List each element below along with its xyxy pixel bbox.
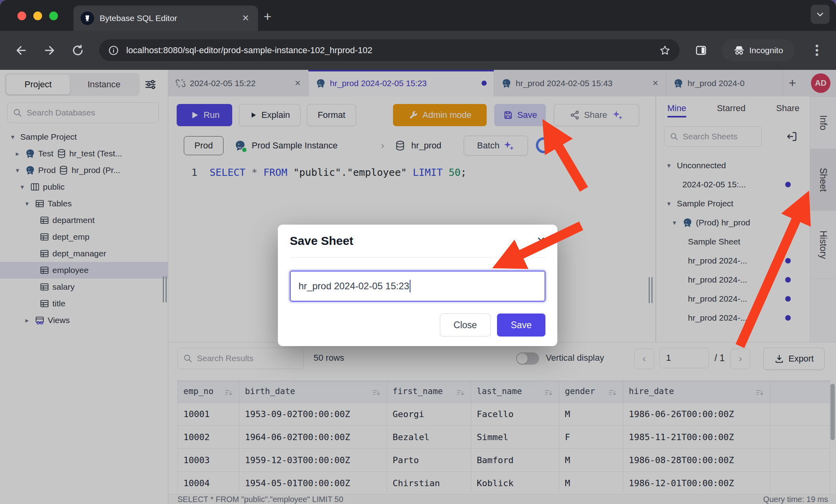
browser-window: Bytebase SQL Editor ✕ + localhost:8080/s… xyxy=(0,0,836,504)
address-bar[interactable]: localhost:8080/sql-editor/prod-sample-in… xyxy=(99,39,680,61)
incognito-badge: Incognito xyxy=(722,39,795,61)
dialog-close-button[interactable]: Close xyxy=(440,314,491,337)
window-minimize-button[interactable] xyxy=(33,12,42,20)
back-icon[interactable] xyxy=(15,44,28,57)
save-sheet-dialog: Save Sheet ✕ hr_prod 2024-02-05 15:23 Cl… xyxy=(278,225,557,346)
dialog-save-button[interactable]: Save xyxy=(497,314,545,337)
text-caret xyxy=(410,280,410,292)
dialog-title: Save Sheet xyxy=(290,234,353,248)
screen: Bytebase SQL Editor ✕ + localhost:8080/s… xyxy=(0,0,836,504)
tab-search-chevron-button[interactable] xyxy=(811,5,830,24)
site-info-icon[interactable] xyxy=(108,45,119,56)
window-close-button[interactable] xyxy=(17,12,26,20)
browser-tab-strip: Bytebase SQL Editor ✕ + xyxy=(0,0,836,31)
browser-menu-icon[interactable]: ••• xyxy=(813,44,821,57)
dialog-close-icon[interactable]: ✕ xyxy=(536,235,545,247)
new-tab-button[interactable]: + xyxy=(264,9,272,24)
url-text: localhost:8080/sql-editor/prod-sample-in… xyxy=(126,45,659,56)
forward-icon[interactable] xyxy=(43,44,56,57)
side-panel-icon[interactable] xyxy=(695,44,707,57)
browser-tab-title: Bytebase SQL Editor xyxy=(100,13,241,23)
sheet-name-input[interactable]: hr_prod 2024-02-05 15:23 xyxy=(290,271,545,302)
incognito-icon xyxy=(733,44,745,56)
browser-tab-close-icon[interactable]: ✕ xyxy=(241,13,251,23)
reload-icon[interactable] xyxy=(71,44,84,57)
bookmark-star-icon[interactable] xyxy=(659,44,671,56)
bytebase-favicon-icon xyxy=(81,12,94,25)
window-zoom-button[interactable] xyxy=(49,12,58,20)
dialog-divider xyxy=(290,257,545,258)
browser-toolbar: localhost:8080/sql-editor/prod-sample-in… xyxy=(0,31,836,70)
browser-tab[interactable]: Bytebase SQL Editor ✕ xyxy=(73,6,258,31)
incognito-label: Incognito xyxy=(749,46,783,55)
